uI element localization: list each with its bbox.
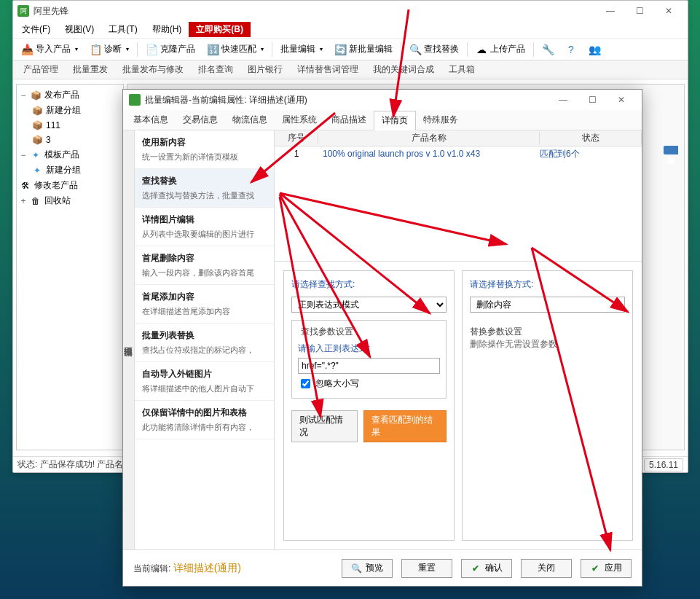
tb-diag[interactable]: 📋诊断 [84, 40, 134, 58]
import-icon: 📥 [21, 44, 33, 55]
test-match-button[interactable]: 则试匹配情况 [291, 410, 358, 442]
regex-hint: 请输入正则表达式: [298, 342, 440, 355]
opt-findreplace[interactable]: 查找替换选择查找与替换方法，批量查找 [135, 169, 274, 208]
newbatch-icon: 🔄 [334, 44, 346, 55]
app-icon: 阿 [17, 5, 29, 17]
preview-button[interactable]: 🔍预览 [342, 559, 393, 578]
puzzle-icon: ✦ [30, 149, 42, 161]
side-tab-edit[interactable]: 编辑 [664, 146, 678, 154]
toolbar: 📥导入产品 📋诊断 📄克隆产品 🔢快速匹配 批量编辑 🔄新批量编辑 🔍查找替换 … [13, 39, 688, 60]
opt-trimadd[interactable]: 首尾添加内容在详细描述首尾添加内容 [135, 285, 274, 324]
clone-icon: 📄 [146, 44, 157, 55]
menu-buy[interactable]: 立即购买(B) [189, 22, 251, 37]
tb-upload[interactable]: ☁上传产品 [471, 40, 530, 58]
col-name: 产品名称 [318, 132, 540, 144]
tb-help[interactable]: ? [560, 41, 582, 58]
tab-desc[interactable]: 商品描述 [324, 111, 374, 129]
opt-trimdel[interactable]: 首尾删除内容输入一段内容，删除该内容首尾 [135, 246, 274, 285]
confirm-button[interactable]: ✔确认 [461, 559, 512, 578]
tree-modifyold[interactable]: 🛠修改老产品 [20, 178, 120, 193]
tab-attrs[interactable]: 属性系统 [275, 111, 324, 129]
replace-mode-select[interactable]: 删除内容 [470, 297, 625, 313]
subtab-kwquery[interactable]: 排名查询 [192, 62, 239, 77]
col-status: 状态 [540, 132, 642, 144]
sub-toolbar: 产品管理 批量重发 批量发布与修改 排名查询 图片银行 详情替售词管理 我的关键… [13, 60, 688, 79]
tab-special[interactable]: 特殊服务 [416, 111, 465, 129]
find-panel: 请选择查找方式: 正则表达式模式 查找参数设置 请输入正则表达式: 忽略大小写 … [283, 270, 455, 541]
tb-users[interactable]: 👥 [583, 41, 605, 58]
replace-panel: 请选择替换方式: 删除内容 替换参数设置 删除操作无需设置参数 [462, 270, 633, 541]
tb-quickmatch[interactable]: 🔢快速匹配 [202, 40, 269, 58]
ignorecase-box[interactable] [301, 379, 310, 388]
opt-listrep[interactable]: 批量列表替换查找占位符或指定的标记内容， [135, 324, 274, 362]
upload-icon: ☁ [476, 44, 487, 55]
tree-111[interactable]: 📦111 [31, 118, 120, 133]
tab-trade[interactable]: 交易信息 [176, 111, 225, 129]
dialog-titlebar: 批量编辑器-当前编辑属性: 详细描述(通用) — ☐ ✕ [123, 90, 642, 110]
tb-findreplace[interactable]: 🔍查找替换 [404, 40, 464, 58]
view-result-button[interactable]: 查看匹配到的结果 [363, 410, 447, 442]
find-label: 请选择查找方式: [291, 278, 447, 291]
grid-header: 序号 产品名称 状态 [275, 130, 642, 146]
apply-button[interactable]: ✔应用 [581, 559, 632, 578]
tree-recycle[interactable]: +🗑回收站 [20, 193, 120, 208]
ignorecase-check[interactable]: 忽略大小写 [298, 377, 440, 391]
tree-tpl-newgroup[interactable]: ✦新建分组 [31, 163, 120, 178]
help-icon: ? [565, 44, 577, 55]
subtab-mykw[interactable]: 我的关键词合成 [367, 62, 440, 77]
regex-input[interactable] [298, 358, 440, 374]
status-text: 状态: 产品保存成功! 产品名 [17, 458, 123, 471]
dialog-maximize[interactable]: ☐ [578, 91, 607, 109]
tree-3[interactable]: 📦3 [31, 133, 120, 147]
tree-newgroup[interactable]: 📦新建分组 [31, 103, 120, 118]
dialog-minimize[interactable]: — [548, 91, 578, 109]
tree-publish[interactable]: −📦发布产品 [20, 87, 120, 103]
puzzle-icon: ✦ [31, 165, 43, 176]
opt-imgedit[interactable]: 详情图片编辑从列表中选取要编辑的图片进行 [135, 208, 274, 246]
subtab-batchsend[interactable]: 批量重发 [67, 62, 114, 77]
opt-autoimg[interactable]: 自动导入外链图片将详细描述中的他人图片自动下 [135, 362, 274, 401]
dialog-icon [129, 94, 141, 106]
minimize-button[interactable]: — [596, 2, 625, 20]
tb-batchedit[interactable]: 批量编辑 [275, 40, 328, 58]
tab-detail[interactable]: 详情页 [374, 111, 416, 130]
subtab-batchmod[interactable]: 批量发布与修改 [117, 62, 189, 77]
dialog-tabs: 基本信息 交易信息 物流信息 属性系统 商品描述 详情页 特殊服务 [123, 110, 642, 130]
dialog-footer: 当前编辑: 详细描述(通用) 🔍预览 重置 ✔确认 关闭 ✔应用 [123, 549, 642, 586]
opt-keepimg[interactable]: 仅保留详情中的图片和表格此功能将清除详情中所有内容， [135, 401, 274, 439]
subtab-pm[interactable]: 产品管理 [17, 62, 64, 77]
dialog-close[interactable]: ✕ [607, 91, 636, 109]
grid-row[interactable]: 1 100% original launch pros v 1.0 v1.0 x… [275, 146, 642, 161]
menu-help[interactable]: 帮助(H) [145, 22, 189, 37]
tb-clone[interactable]: 📄克隆产品 [141, 40, 200, 58]
tb-newbatch[interactable]: 🔄新批量编辑 [329, 40, 398, 58]
tab-logistics[interactable]: 物流信息 [225, 111, 275, 129]
replace-label: 请选择替换方式: [470, 278, 625, 291]
reset-button[interactable]: 重置 [401, 559, 452, 578]
find-mode-select[interactable]: 正则表达式模式 [291, 297, 447, 313]
col-seq: 序号 [275, 132, 318, 144]
find-legend: 查找参数设置 [298, 326, 356, 338]
box-icon: 📦 [31, 134, 43, 146]
menu-tools[interactable]: 工具(T) [101, 22, 144, 37]
tb-import[interactable]: 📥导入产品 [16, 40, 83, 58]
box-icon: 📦 [30, 90, 42, 101]
maximize-button[interactable]: ☐ [625, 2, 654, 20]
check-icon: ✔ [590, 563, 600, 573]
close-button[interactable]: 关闭 [521, 559, 572, 578]
subtab-kwmgr[interactable]: 详情替售词管理 [291, 62, 364, 77]
tb-settings[interactable]: 🔧 [537, 41, 559, 58]
replace-legend: 替换参数设置 [470, 326, 619, 338]
opt-newcontent[interactable]: 使用新内容统一设置为新的详情页模板 [135, 130, 274, 169]
grid-body[interactable]: 1 100% original launch pros v 1.0 v1.0 x… [275, 146, 642, 262]
menu-view[interactable]: 视图(V) [58, 22, 101, 37]
titlebar: 阿 阿里先锋 — ☐ ✕ [13, 1, 688, 21]
subtab-toolbox[interactable]: 工具箱 [443, 62, 481, 77]
close-button[interactable]: ✕ [654, 2, 683, 20]
tree-template[interactable]: −✦模板产品 [20, 147, 120, 163]
version-label: 5.16.11 [644, 458, 683, 471]
editor-handle[interactable]: 可用编辑器 [123, 130, 135, 549]
menu-file[interactable]: 文件(F) [15, 22, 58, 37]
tab-basic[interactable]: 基本信息 [126, 111, 176, 129]
subtab-photobank[interactable]: 图片银行 [242, 62, 288, 77]
